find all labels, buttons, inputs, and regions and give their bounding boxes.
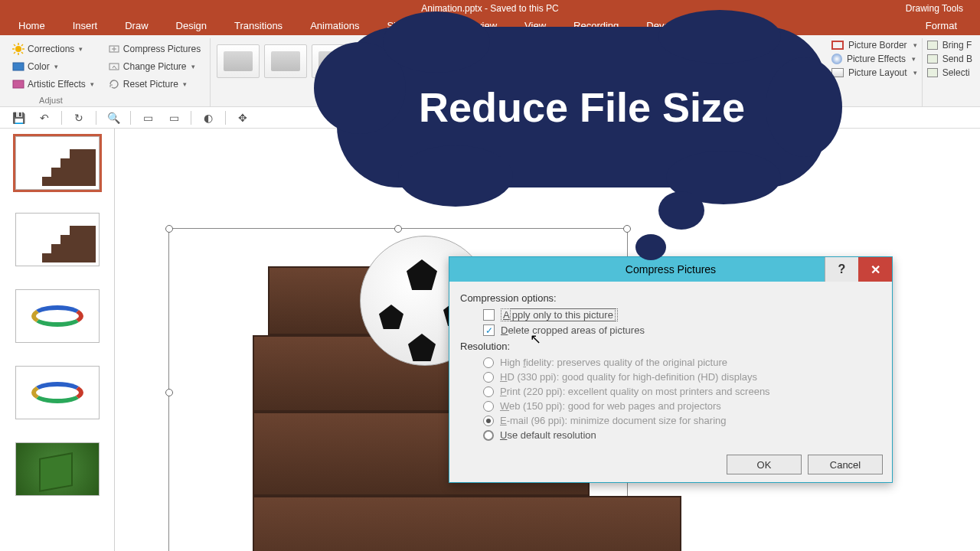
artistic-effects-button[interactable]: Artistic Effects▾ (9, 75, 97, 93)
color-button[interactable]: Color▾ (9, 57, 97, 75)
change-label: Change Picture (123, 61, 187, 72)
artistic-label: Artistic Effects (28, 79, 86, 90)
hd-radio[interactable]: HD (330 ppi): good quality for high-defi… (460, 370, 881, 384)
group2-icon[interactable]: ▭ (165, 110, 183, 126)
contextual-tab-label: Drawing Tools (898, 0, 971, 17)
separator (191, 111, 191, 125)
email-radio[interactable]: E-mail (96 ppi): minimize document size … (460, 413, 881, 428)
apply-only-checkbox[interactable]: Apply only to this picture (460, 307, 881, 323)
radio-icon (483, 401, 494, 412)
slide-thumbnail-4[interactable] (15, 366, 100, 419)
style-swatch[interactable] (217, 44, 260, 78)
change-picture-button[interactable]: Change Picture▾ (105, 57, 204, 75)
callout-text: Reduce File Size (337, 27, 827, 187)
close-button[interactable]: ✕ (858, 257, 892, 282)
svg-rect-10 (13, 80, 24, 88)
svg-point-0 (15, 46, 21, 52)
slide-thumbnail-3[interactable] (15, 289, 100, 343)
picture-border-button[interactable]: Picture Border▾ (831, 40, 917, 51)
layout-label: Picture Layout (848, 67, 907, 78)
hifi-radio[interactable]: High fidelity: preserves quality of the … (460, 355, 881, 370)
chevron-down-icon: ▾ (913, 41, 917, 49)
reset-picture-button[interactable]: Reset Picture▾ (105, 75, 204, 93)
slide-thumbnail-2[interactable] (15, 213, 100, 266)
chevron-down-icon: ▾ (183, 80, 187, 88)
svg-line-5 (14, 44, 15, 46)
style-swatch[interactable] (264, 44, 307, 78)
border-icon (831, 41, 844, 50)
send-backward-icon (927, 54, 938, 64)
chevron-down-icon: ▾ (90, 80, 94, 88)
resolution-label: Resolution: (460, 337, 881, 355)
zoom-icon[interactable]: 🔍 (104, 110, 122, 126)
default-radio[interactable]: Use default resolution (460, 428, 881, 442)
move-icon[interactable]: ✥ (234, 110, 252, 126)
dialog-title: Compress Pictures (626, 263, 716, 276)
web-radio[interactable]: Web (150 ppi): good for web pages and pr… (460, 399, 881, 413)
chevron-down-icon: ▾ (191, 63, 195, 70)
dialog-title-bar[interactable]: Compress Pictures ? ✕ (449, 257, 892, 282)
border-label: Picture Border (848, 40, 907, 51)
radio-icon (483, 430, 494, 441)
selection-icon (927, 68, 938, 77)
apply-only-label: pply only to this picture (510, 308, 616, 321)
corrections-button[interactable]: Corrections▾ (9, 40, 97, 57)
svg-line-8 (21, 44, 23, 46)
tab-format[interactable]: Format (912, 17, 971, 35)
slide-thumbnail-5[interactable] (15, 442, 100, 496)
reset-icon (108, 78, 120, 90)
tab-transitions[interactable]: Transitions (220, 17, 296, 35)
selection-label: Selecti (942, 67, 970, 78)
contrast-icon[interactable]: ◐ (199, 110, 217, 126)
chevron-down-icon: ▾ (912, 55, 916, 63)
slide-thumbnail-1[interactable] (15, 136, 100, 190)
title-bar: Animation.pptx - Saved to this PC Drawin… (0, 0, 980, 17)
picture-layout-button[interactable]: Picture Layout▾ (831, 67, 917, 78)
help-button[interactable]: ? (825, 257, 858, 282)
bring-label: Bring F (942, 40, 972, 51)
tab-home[interactable]: Home (5, 17, 59, 35)
svg-rect-12 (109, 64, 119, 70)
color-label: Color (28, 61, 50, 72)
svg-line-7 (14, 52, 15, 54)
save-icon[interactable]: 💾 (9, 110, 28, 126)
checkbox-checked-icon: ✓ (483, 324, 495, 336)
reset-label: Reset Picture (123, 79, 178, 90)
picture-effects-button[interactable]: Picture Effects▾ (831, 54, 917, 64)
tab-draw[interactable]: Draw (111, 17, 162, 35)
adjust-group-label: Adjust (3, 96, 99, 105)
svg-line-6 (21, 52, 23, 54)
checkbox-icon (483, 309, 495, 321)
chevron-down-icon: ▾ (913, 69, 917, 77)
bring-forward-button[interactable]: Bring F (927, 40, 972, 51)
delete-cropped-checkbox[interactable]: ✓ Delete cropped areas of pictures (460, 323, 881, 337)
radio-icon (483, 386, 494, 397)
radio-icon (483, 372, 494, 383)
change-icon (108, 60, 120, 73)
tab-insert[interactable]: Insert (59, 17, 112, 35)
selection-pane-button[interactable]: Selecti (927, 67, 972, 78)
effects-icon (831, 54, 842, 64)
separator (225, 111, 226, 125)
cancel-button[interactable]: Cancel (808, 455, 883, 474)
undo-icon[interactable]: ↶ (35, 110, 54, 126)
corrections-label: Corrections (28, 44, 74, 54)
effects-label: Picture Effects (847, 54, 906, 64)
callout-bubble: Reduce File Size (337, 27, 827, 187)
artistic-icon (12, 78, 24, 90)
compress-pictures-button[interactable]: Compress Pictures (105, 40, 204, 57)
ok-button[interactable]: OK (727, 455, 802, 474)
radio-selected-icon (483, 416, 494, 426)
compress-icon (108, 43, 120, 55)
chevron-down-icon: ▾ (79, 45, 83, 53)
compress-label: Compress Pictures (123, 44, 201, 54)
delete-cropped-label: elete cropped areas of pictures (508, 324, 645, 336)
separator (61, 111, 62, 125)
print-radio[interactable]: Print (220 ppi): excellent quality on mo… (460, 384, 881, 399)
cursor-icon: ↖ (530, 331, 541, 347)
redo-icon[interactable]: ↻ (70, 110, 88, 126)
tab-design[interactable]: Design (162, 17, 220, 35)
group-icon[interactable]: ▭ (139, 110, 157, 126)
compress-pictures-dialog: Compress Pictures ? ✕ Compression option… (449, 256, 893, 483)
send-backward-button[interactable]: Send B (927, 54, 972, 64)
